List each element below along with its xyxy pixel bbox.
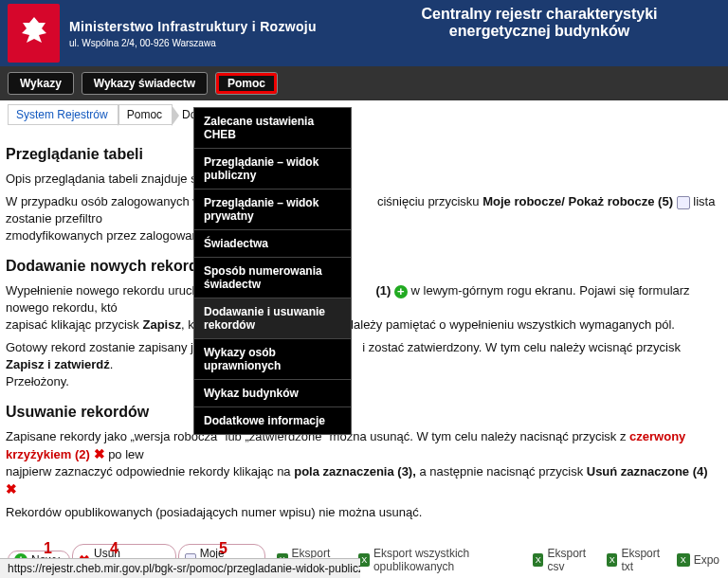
ministry-address: ul. Wspólna 2/4, 00-926 Warszawa xyxy=(69,38,317,48)
btn-export-csv[interactable]: X Eksport csv xyxy=(533,547,595,573)
heading-dodawanie: Dodawanie nowych rekordów xyxy=(6,258,721,275)
para-5: Zapisane rekordy jako „wersja robocza" l… xyxy=(6,428,721,498)
callout-1: 1 xyxy=(44,540,52,557)
xls-icon-2: X xyxy=(358,553,370,567)
dd-wykaz-budynkow[interactable]: Wykaz budynków xyxy=(194,380,351,407)
header-banner: Ministerstwo Infrastruktury i Rozwoju ul… xyxy=(0,0,728,66)
main-content: Przeglądanie tabeli Opis przeglądania ta… xyxy=(0,129,728,578)
para-1: Opis przeglądania tabeli znajduje się xyxy=(6,171,721,188)
callout-4: 4 xyxy=(110,540,118,557)
dd-przegladanie-publiczny[interactable]: Przeglądanie – widok publiczny xyxy=(194,149,351,190)
xls-icon-4: X xyxy=(607,553,617,567)
red-x-icon-2: ✖ xyxy=(6,481,17,497)
btn-export-last[interactable]: X Expo xyxy=(677,553,719,567)
breadcrumb-root[interactable]: System Rejestrów xyxy=(8,104,118,125)
red-x-icon: ✖ xyxy=(94,446,105,461)
browser-status-bar: https://rejestr.cheb.mir.gov.pl/bgk-sr/p… xyxy=(0,558,360,578)
banner-title: Centralny rejestr charakterystyki energe… xyxy=(370,6,709,40)
pomoc-dropdown: Zalecane ustawienia CHEB Przeglądanie – … xyxy=(193,107,352,435)
para-4: Gotowy rekord zostanie zapisany jako i z… xyxy=(6,339,721,390)
xls-icon-3: X xyxy=(533,553,543,567)
top-menu-bar: Wykazy Wykazy świadectw Pomoc xyxy=(0,66,728,100)
dd-swiadectwa[interactable]: Świadectwa xyxy=(194,230,351,258)
btn-export-all[interactable]: X Eksport wszystkich opublikowanych xyxy=(358,547,521,573)
expand-icon xyxy=(677,196,690,209)
menu-pomoc[interactable]: Pomoc xyxy=(215,72,278,95)
para-2: W przypadku osób zalogowanych wys ciśnię… xyxy=(6,193,721,244)
dd-wykazy-osob[interactable]: Wykazy osób uprawnionych xyxy=(194,339,351,380)
xls-icon-5: X xyxy=(677,553,690,567)
heading-przegladanie: Przeglądanie tabeli xyxy=(6,146,721,163)
green-plus-icon: + xyxy=(394,285,408,298)
dd-dodawanie-usuwanie[interactable]: Dodawanie i usuwanie rekordów xyxy=(194,298,351,339)
ministry-block: Ministerstwo Infrastruktury i Rozwoju ul… xyxy=(69,19,317,48)
dd-dodatkowe[interactable]: Dodatkowe informacje xyxy=(194,407,351,434)
dd-przegladanie-prywatny[interactable]: Przeglądanie – widok prywatny xyxy=(194,190,351,230)
emblem-eagle xyxy=(8,4,60,63)
ministry-title: Ministerstwo Infrastruktury i Rozwoju xyxy=(69,19,317,34)
dd-zalecane[interactable]: Zalecane ustawienia CHEB xyxy=(194,108,351,149)
breadcrumb-pomoc[interactable]: Pomoc xyxy=(118,104,173,125)
menu-wykazy[interactable]: Wykazy xyxy=(8,72,74,95)
heading-usuwanie: Usuwanie rekordów xyxy=(6,404,721,421)
breadcrumb: System Rejestrów Pomoc Dodawa xyxy=(0,100,728,129)
btn-export-txt[interactable]: X Eksport txt xyxy=(607,547,665,573)
para-3: Wypełnienie nowego rekordu uruchan (1) +… xyxy=(6,282,721,334)
para-6: Rekordów opublikowanych (posiadających n… xyxy=(6,504,721,521)
dd-numerowanie[interactable]: Sposób numerowania świadectw xyxy=(194,258,351,298)
callout-5: 5 xyxy=(219,540,228,557)
menu-wykazy-swiadectw[interactable]: Wykazy świadectw xyxy=(82,72,208,95)
